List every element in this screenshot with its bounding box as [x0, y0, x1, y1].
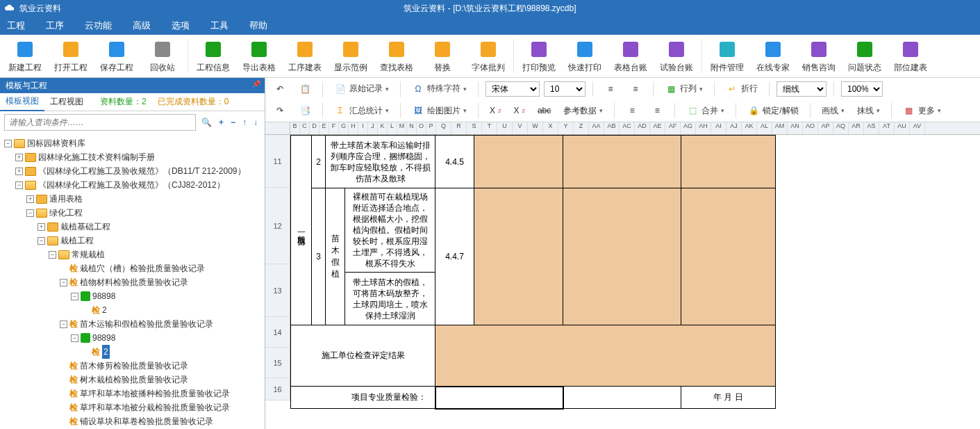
col-header[interactable]: AP — [818, 122, 833, 134]
align-left-button[interactable]: ≡ — [600, 81, 621, 97]
col-header[interactable]: Z — [574, 122, 589, 134]
redo-button[interactable]: ↷ — [269, 103, 290, 118]
cell-input[interactable] — [474, 136, 563, 188]
drawline-button[interactable]: 画线 — [817, 104, 849, 118]
col-header[interactable]: G — [339, 122, 349, 134]
col-header[interactable]: AB — [604, 122, 620, 134]
remove-icon[interactable]: − — [231, 118, 235, 127]
ribbon-open-button[interactable]: 打开工程 — [49, 36, 93, 76]
cell-active-input[interactable] — [435, 387, 563, 409]
row-header[interactable]: 16 — [265, 378, 290, 400]
tree-rec3[interactable]: −检苗木运输和假植检验批质量验收记录 — [58, 317, 263, 331]
row-header[interactable]: 12 — [265, 188, 290, 264]
col-header[interactable]: Q — [436, 122, 451, 134]
ribbon-replace-button[interactable]: 替换 — [420, 36, 465, 76]
cell-seq[interactable]: 2 — [312, 136, 326, 188]
cell-label[interactable]: 施工单位检查评定结果 — [291, 325, 435, 387]
col-header[interactable]: AH — [696, 122, 711, 134]
pin-icon[interactable]: 📌 — [252, 80, 260, 88]
tree-n3b2[interactable]: −栽植工程 — [36, 234, 263, 248]
ribbon-demo-button[interactable]: 显示范例 — [329, 36, 373, 76]
tree-rec4[interactable]: 检苗木修剪检验批质量验收记录 — [58, 359, 263, 373]
row-header[interactable]: 15 — [265, 348, 290, 378]
ribbon-find-button[interactable]: 查找表格 — [374, 36, 419, 76]
ribbon-order-button[interactable]: 工序建表 — [283, 36, 327, 76]
cell-seq[interactable]: 3 — [312, 188, 326, 325]
ribbon-print-button[interactable]: 快速打印 — [563, 36, 607, 76]
ribbon-recycle-button[interactable]: 回收站 — [140, 36, 185, 76]
cell-desc[interactable]: 裸根苗可在栽植现场附近选择适合地点，根据根幅大小，挖假植沟假植。假植时间较长时，… — [345, 188, 435, 273]
menu-project[interactable]: 工程 — [7, 19, 25, 32]
col-header[interactable]: I — [358, 122, 368, 134]
col-header[interactable]: AD — [635, 122, 650, 134]
ribbon-new-button[interactable]: 新建工程 — [3, 36, 47, 76]
ref-data-button[interactable]: 参考数据 — [559, 104, 607, 118]
col-header[interactable]: AC — [620, 122, 635, 134]
ribbon-attach-button[interactable]: 附件管理 — [705, 36, 749, 76]
size-select[interactable]: 10 — [544, 81, 585, 97]
col-header[interactable]: AA — [589, 122, 604, 134]
ribbon-expert-button[interactable]: 在线专家 — [751, 36, 795, 76]
orig-record-button[interactable]: 📄原始记录 — [330, 81, 393, 97]
menu-cloud[interactable]: 云功能 — [85, 19, 112, 32]
tree-n3b[interactable]: −绿化工程 — [25, 206, 263, 220]
tab-template-view[interactable]: 模板视图 — [0, 92, 44, 111]
paste-button[interactable]: 📋 — [294, 81, 315, 97]
tree-n3a[interactable]: +通用表格 — [25, 192, 263, 206]
cell-input[interactable] — [681, 136, 776, 188]
subscript-button[interactable]: X2 — [509, 104, 529, 117]
row-header[interactable]: 13 — [265, 264, 290, 317]
cell-input[interactable] — [474, 188, 563, 325]
tree-n3b2a[interactable]: −常规栽植 — [47, 248, 263, 261]
col-header[interactable]: AN — [788, 122, 803, 134]
search-icon[interactable]: 🔍 — [201, 118, 212, 127]
ribbon-sales-button[interactable]: 销售咨询 — [797, 36, 841, 76]
eraseline-button[interactable]: 抹线 — [853, 104, 884, 118]
col-header[interactable]: T — [482, 122, 497, 134]
ribbon-dept-button[interactable]: 部位建表 — [888, 36, 933, 76]
corner-cell[interactable] — [265, 122, 290, 134]
col-header[interactable]: B — [290, 122, 300, 134]
tree-root[interactable]: −国标园林资料库 — [3, 136, 263, 150]
col-header[interactable]: F — [329, 122, 339, 134]
col-header[interactable]: C — [300, 122, 310, 134]
col-header[interactable]: R — [451, 122, 467, 134]
cell-input[interactable] — [563, 188, 681, 325]
tree-rec3a[interactable]: −98898 — [69, 331, 263, 345]
line-style-select[interactable]: 细线 — [776, 81, 827, 97]
menu-help[interactable]: 帮助 — [249, 19, 267, 32]
tab-project-view[interactable]: 工程视图 — [44, 93, 89, 111]
merge-button[interactable]: ⬚合并 — [682, 103, 729, 118]
col-header[interactable]: D — [310, 122, 319, 134]
col-header[interactable]: AE — [650, 122, 665, 134]
cell-input[interactable] — [435, 325, 776, 387]
cell-ref[interactable]: 4.4.5 — [435, 136, 474, 188]
col-header[interactable]: AU — [895, 122, 910, 134]
zoom-select[interactable]: 100% — [841, 81, 883, 97]
ribbon-preview-button[interactable]: 打印预览 — [517, 36, 561, 76]
col-header[interactable]: AM — [772, 122, 788, 134]
col-header[interactable]: AL — [757, 122, 772, 134]
tree-rec2[interactable]: −检植物材料检验批质量验收记录 — [58, 275, 263, 289]
menu-tools[interactable]: 工具 — [210, 19, 229, 32]
col-header[interactable]: Y — [558, 122, 574, 134]
tree-rec5[interactable]: 检树木栽植检验批质量验收记录 — [58, 373, 263, 387]
tree-rec6[interactable]: 检草坪和草本地被播种检验批质量验收记录 — [58, 387, 263, 400]
col-header[interactable]: W — [528, 122, 543, 134]
tree-n1[interactable]: +园林绿化施工技术资料编制手册 — [14, 150, 263, 164]
spreadsheet[interactable]: BCDEFGHIJKLMNOPQRSTUVWXYZAAABACADAEAFAGA… — [265, 122, 980, 429]
ribbon-ledger-button[interactable]: 表格台账 — [608, 36, 653, 76]
rowcol-button[interactable]: ▦行列 — [661, 81, 707, 97]
menu-advanced[interactable]: 高级 — [133, 19, 151, 32]
ribbon-issue-button[interactable]: 问题状态 — [842, 36, 887, 76]
ribbon-font-button[interactable]: 字体批判 — [466, 36, 510, 76]
cells-area[interactable]: + 一般项目 2 带土球苗木装车和运输时排列顺序应合理，捆绑稳固，卸车时应轻取轻… — [290, 135, 980, 400]
col-header[interactable]: E — [319, 122, 329, 134]
col-header[interactable]: H — [349, 122, 358, 134]
strike-button[interactable]: abc — [533, 104, 555, 117]
ribbon-test-button[interactable]: 试验台账 — [654, 36, 699, 76]
down-icon[interactable]: ↓ — [254, 118, 258, 127]
font-select[interactable]: 宋体 — [485, 81, 540, 97]
tree-rec7[interactable]: 检草坪和草本地被分栽检验批质量验收记录 — [58, 400, 263, 414]
up-icon[interactable]: ↑ — [242, 118, 247, 127]
